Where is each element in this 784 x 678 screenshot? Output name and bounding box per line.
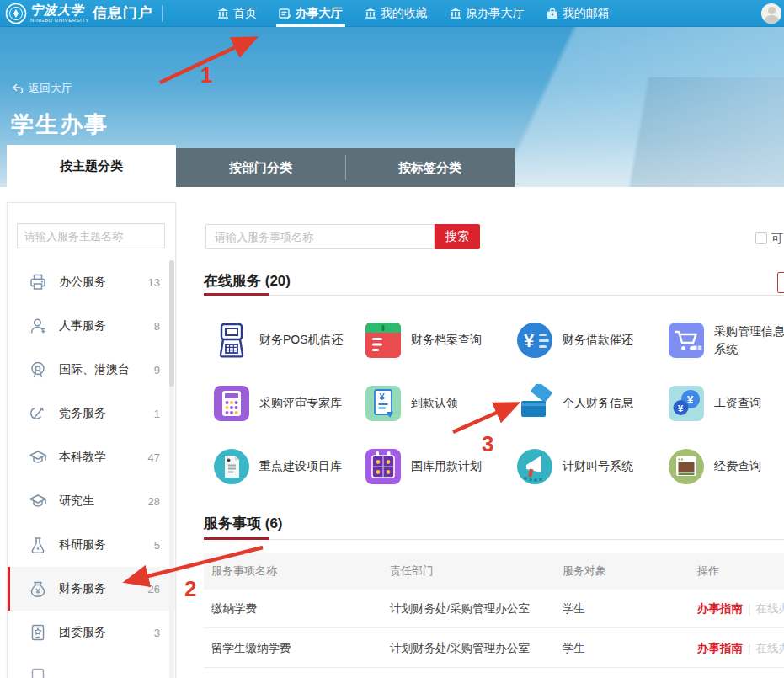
- row-actions: 办事指南|在线办理: [690, 601, 784, 617]
- service-items-title: 服务事项 (6): [204, 514, 283, 533]
- nav-label: 我的邮箱: [563, 6, 610, 21]
- category-tabs: 按主题分类 按部门分类 按标签分类: [7, 148, 515, 187]
- topic-label: 国际、港澳台: [59, 362, 154, 377]
- back-to-hall-label: 返回大厅: [29, 81, 72, 96]
- service-label: 采购管理信息系统: [714, 323, 784, 357]
- service-payment-claim[interactable]: ¥ 到款认领: [364, 371, 515, 435]
- service-search-input[interactable]: [205, 224, 435, 249]
- tab-by-topic[interactable]: 按主题分类: [7, 145, 176, 187]
- flask-icon: [29, 536, 47, 554]
- title-underline: [204, 537, 269, 540]
- service-personal-finance[interactable]: 个人财务信息: [515, 371, 667, 435]
- topic-count: 13: [148, 276, 160, 289]
- service-procurement-system[interactable]: 采购管理信息系统: [667, 308, 784, 371]
- service-queue-system[interactable]: 计财叫号系统: [515, 435, 667, 498]
- sidebar-search-input[interactable]: [18, 230, 179, 243]
- sidebar-search-box: [17, 223, 165, 248]
- search-button[interactable]: 搜索: [435, 224, 480, 249]
- sidebar-item-youth-league[interactable]: 团委服务 3: [8, 611, 175, 654]
- topic-count: 1: [154, 408, 160, 420]
- yen-circle-icon: ¥: [515, 321, 554, 360]
- service-label: 财务借款催还: [563, 331, 660, 348]
- service-loan-reminder[interactable]: ¥ 财务借款催还: [515, 308, 667, 371]
- topic-label: 团委服务: [59, 625, 154, 640]
- university-seal-icon: [5, 3, 27, 24]
- nav-item-old-service-hall[interactable]: 原办事大厅: [439, 0, 536, 27]
- topic-label: 办公服务: [59, 275, 148, 290]
- table-header: 服务事项名称 责任部门 服务对象 操作: [204, 553, 784, 590]
- guide-link[interactable]: 办事指南: [697, 602, 743, 615]
- service-pos-loan[interactable]: 财务POS机借还: [212, 308, 364, 371]
- topic-label: 财务服务: [59, 581, 148, 596]
- nav-item-favorites[interactable]: 我的收藏: [354, 0, 439, 27]
- service-expert-pool[interactable]: 采购评审专家库: [212, 371, 364, 435]
- party-emblem-icon: [29, 404, 47, 423]
- service-label: 国库用款计划: [411, 457, 509, 474]
- topic-count: 9: [154, 364, 160, 376]
- sidebar-scrollbar[interactable]: [169, 260, 174, 678]
- sidebar-item-undergrad[interactable]: 本科教学 47: [8, 435, 175, 479]
- sidebar-item-finance[interactable]: 财务服务 26: [8, 567, 175, 611]
- nav-label: 我的收藏: [381, 6, 428, 21]
- service-label: 重点建设项目库: [259, 457, 357, 474]
- sidebar-item-international[interactable]: 国际、港澳台 9: [8, 348, 175, 392]
- service-archive-query[interactable]: 财务档案查询: [364, 308, 515, 371]
- row-name: 留学生缴纳学费: [204, 641, 382, 656]
- online-handle-link[interactable]: 在线办理: [756, 602, 784, 615]
- service-salary-query[interactable]: ¥ ¥ 工资查询: [667, 371, 784, 435]
- online-filter-checkbox[interactable]: [755, 232, 767, 244]
- row-target: 学生: [555, 641, 690, 656]
- col-target: 服务对象: [555, 563, 690, 579]
- back-to-hall-link[interactable]: 返回大厅: [12, 81, 72, 96]
- svg-text:¥: ¥: [687, 393, 694, 406]
- topic-count: 28: [148, 495, 160, 508]
- partial-icon: [29, 667, 47, 678]
- tab-by-tag[interactable]: 按标签分类: [345, 148, 515, 187]
- nav-item-home[interactable]: 首页: [206, 0, 268, 27]
- bank-icon: [450, 8, 461, 19]
- online-handle-link[interactable]: 在线办理: [756, 642, 784, 654]
- clipped-toggle-button[interactable]: [777, 272, 784, 293]
- service-treasury-plan[interactable]: 国库用款计划: [364, 435, 515, 498]
- service-label: 工资查询: [714, 394, 784, 411]
- sidebar-item-graduate[interactable]: 研究生 28: [8, 479, 175, 523]
- avatar-person-icon: [768, 7, 776, 14]
- row-dept: 计划财务处/采购管理办公室: [382, 641, 555, 656]
- bank-icon: [365, 8, 376, 19]
- row-actions: 办事指南|在线办理: [690, 641, 784, 656]
- service-key-projects[interactable]: 重点建设项目库: [212, 435, 364, 498]
- svg-text:¥: ¥: [524, 330, 535, 351]
- sidebar-item-partial[interactable]: [8, 654, 175, 678]
- antenna-icon: [29, 360, 47, 379]
- user-avatar[interactable]: [761, 3, 781, 24]
- archive-folder-icon: [364, 321, 403, 360]
- annotation-number-2: 2: [184, 576, 196, 602]
- col-action: 操作: [690, 563, 784, 579]
- sidebar-item-party[interactable]: 党务服务 1: [8, 392, 175, 435]
- sidebar-item-office[interactable]: 办公服务 13: [8, 260, 175, 304]
- nav-label: 首页: [233, 6, 257, 21]
- briefcase-icon: [547, 8, 558, 19]
- page: 宁波大学 NINGBO UNIVERSITY 信息门户 首页 办事大厅: [0, 0, 784, 678]
- online-services-title: 在线服务 (20): [204, 271, 291, 291]
- megaphone-icon: [515, 447, 554, 486]
- top-navbar: 宁波大学 NINGBO UNIVERSITY 信息门户 首页 办事大厅: [0, 0, 784, 27]
- finance-cards-icon: [515, 384, 554, 423]
- row-dept: 计划财务处/采购管理办公室: [382, 601, 555, 617]
- guide-link[interactable]: 办事指南: [697, 642, 743, 654]
- university-logo[interactable]: 宁波大学 NINGBO UNIVERSITY 信息门户: [0, 3, 174, 24]
- sidebar-item-research[interactable]: 科研服务 5: [8, 523, 175, 567]
- scrollbar-thumb[interactable]: [169, 260, 174, 387]
- svg-text:¥: ¥: [678, 403, 684, 413]
- pos-terminal-icon: [212, 321, 251, 360]
- topic-list: 办公服务 13 人事服务 8 国际、港澳台 9: [8, 260, 175, 678]
- nav-item-mailbox[interactable]: 我的邮箱: [536, 0, 621, 27]
- nav-item-service-hall[interactable]: 办事大厅: [268, 0, 354, 27]
- calculator-icon: [212, 384, 251, 423]
- tab-by-department[interactable]: 按部门分类: [176, 148, 345, 187]
- service-board-icon: [279, 8, 291, 19]
- title-underline: [204, 293, 269, 296]
- service-funds-query[interactable]: 经费查询: [667, 435, 784, 498]
- topic-count: 8: [154, 320, 160, 333]
- sidebar-item-hr[interactable]: 人事服务 8: [8, 304, 175, 348]
